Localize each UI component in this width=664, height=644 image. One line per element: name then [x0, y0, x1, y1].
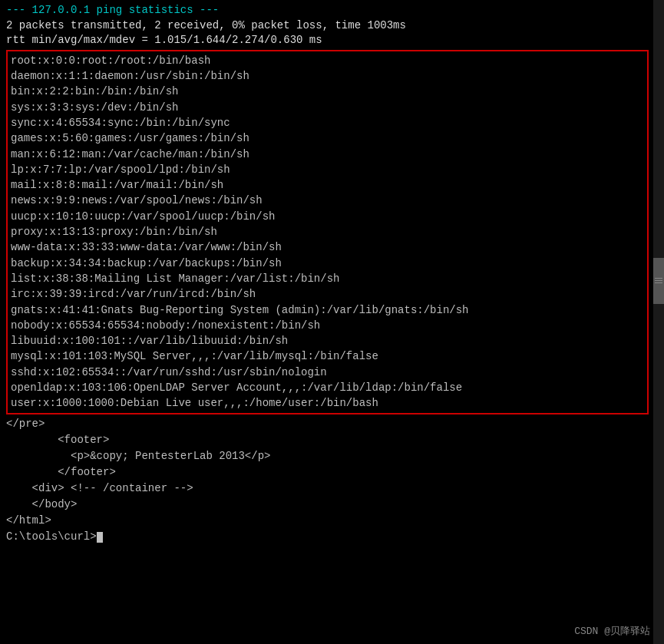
- passwd-line-21: openldap:x:103:106:OpenLDAP Server Accou…: [11, 380, 644, 395]
- passwd-line-9: news:x:9:9:news:/var/spool/news:/bin/sh: [11, 193, 644, 208]
- ping-rtt-line: rtt min/avg/max/mdev = 1.015/1.644/2.274…: [6, 33, 649, 48]
- command-prompt: C:\tools\curl>: [6, 529, 649, 545]
- passwd-line-10: uucp:x:10:10:uucp:/var/spool/uucp:/bin/s…: [11, 209, 644, 224]
- html-line-1: <footer>: [6, 432, 649, 448]
- watermark-text: CSDN @贝降驿站: [574, 624, 650, 638]
- passwd-line-20: sshd:x:102:65534::/var/run/sshd:/usr/sbi…: [11, 365, 644, 380]
- html-line-0: </pre>: [6, 416, 649, 432]
- cursor-blink: [97, 532, 103, 543]
- passwd-line-0: root:x:0:0:root:/root:/bin/bash: [11, 53, 644, 68]
- scrollbar-thumb[interactable]: [653, 258, 664, 304]
- passwd-line-11: proxy:x:13:13:proxy:/bin:/bin/sh: [11, 224, 644, 239]
- html-line-2: <p>&copy; PentesterLab 2013</p>: [6, 448, 649, 464]
- html-line-8: </html>: [6, 513, 649, 529]
- passwd-line-6: man:x:6:12:man:/var/cache/man:/bin/sh: [11, 147, 644, 162]
- passwd-line-15: irc:x:39:39:ircd:/var/run/ircd:/bin/sh: [11, 286, 644, 302]
- scrollbar[interactable]: [653, 0, 664, 644]
- ping-stats-line: 2 packets transmitted, 2 received, 0% pa…: [6, 18, 649, 34]
- passwd-box: root:x:0:0:root:/root:/bin/bash daemon:x…: [6, 50, 649, 414]
- passwd-line-2: bin:x:2:2:bin:/bin:/bin/sh: [11, 84, 644, 99]
- html-line-7: </body>: [6, 497, 649, 513]
- passwd-line-3: sys:x:3:3:sys:/dev:/bin/sh: [11, 100, 644, 115]
- terminal-content: --- 127.0.0.1 ping statistics --- 2 pack…: [0, 0, 664, 548]
- html-line-3: </footer>: [6, 464, 649, 481]
- passwd-line-17: nobody:x:65534:65534:nobody:/nonexistent…: [11, 318, 644, 333]
- passwd-line-12: www-data:x:33:33:www-data:/var/www:/bin/…: [11, 239, 644, 255]
- passwd-line-4: sync:x:4:65534:sync:/bin:/bin/sync: [11, 115, 644, 130]
- passwd-line-13: backup:x:34:34:backup:/var/backups:/bin/…: [11, 256, 644, 271]
- passwd-line-14: list:x:38:38:Mailing List Manager:/var/l…: [11, 271, 644, 286]
- passwd-line-5: games:x:5:60:games:/usr/games:/bin/sh: [11, 130, 644, 146]
- html-output: </pre> <footer> <p>&copy; PentesterLab 2…: [6, 416, 649, 529]
- passwd-line-1: daemon:x:1:1:daemon:/usr/sbin:/bin/sh: [11, 68, 644, 84]
- passwd-line-8: mail:x:8:8:mail:/var/mail:/bin/sh: [11, 177, 644, 193]
- terminal-window: --- 127.0.0.1 ping statistics --- 2 pack…: [0, 0, 664, 644]
- passwd-line-16: gnats:x:41:41:Gnats Bug-Reporting System…: [11, 302, 644, 318]
- passwd-line-19: mysql:x:101:103:MySQL Server,,,:/var/lib…: [11, 348, 644, 364]
- passwd-line-22: user:x:1000:1000:Debian Live user,,,:/ho…: [11, 395, 644, 411]
- passwd-line-18: libuuid:x:100:101::/var/lib/libuuid:/bin…: [11, 333, 644, 348]
- passwd-line-7: lp:x:7:7:lp:/var/spool/lpd:/bin/sh: [11, 162, 644, 177]
- ping-header-line: --- 127.0.0.1 ping statistics ---: [6, 3, 649, 18]
- html-line-5: <div> <!-- /container -->: [6, 481, 649, 497]
